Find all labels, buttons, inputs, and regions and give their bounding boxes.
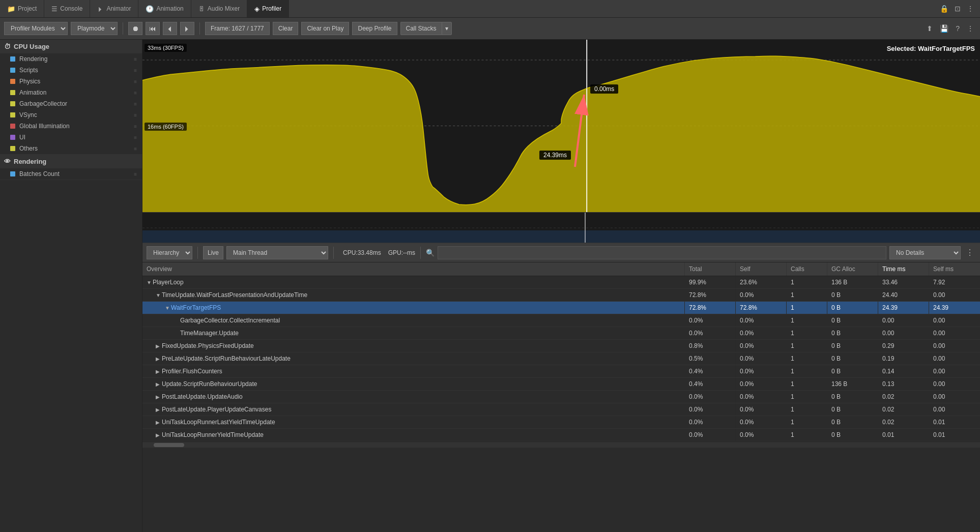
table-row[interactable]: ▼ TimeUpdate.WaitForLastPresentationAndU…	[142, 289, 980, 302]
table-row[interactable]: ▶ Profiler.FlushCounters 0.4% 0.0% 1 0 B…	[142, 365, 980, 378]
expand-arrow[interactable]: ▼	[165, 305, 171, 311]
td-self-ms: 0.00	[929, 314, 980, 327]
sidebar-item-rendering[interactable]: Rendering	[0, 53, 142, 65]
expand-arrow[interactable]: ▶	[156, 420, 162, 425]
bottom-more-btn[interactable]: ⋮	[964, 248, 976, 257]
record-btn[interactable]: ⏺	[128, 22, 142, 35]
live-label: Live	[208, 249, 219, 256]
go-to-start-btn[interactable]: ⏮	[146, 22, 160, 35]
tab-audio-mixer[interactable]: 🎚 Audio Mixer	[191, 0, 247, 17]
bottom-scrollbar[interactable]	[142, 441, 980, 448]
sidebar-item-vsync[interactable]: VSync	[0, 109, 142, 121]
tab-project[interactable]: 📁 Project	[0, 0, 44, 17]
tab-console[interactable]: ☰ Console	[44, 0, 90, 17]
expand-arrow[interactable]: ▶	[156, 394, 162, 400]
expand-arrow[interactable]: ▶	[156, 369, 162, 374]
td-self: 0.0%	[736, 429, 787, 441]
tab-animator[interactable]: ⏵ Animator	[90, 0, 138, 17]
table-row[interactable]: ▶ PostLateUpdate.PlayerUpdateCanvases 0.…	[142, 403, 980, 416]
cpu-chart-area[interactable]: 33ms (30FPS) 16ms (60FPS) Selected: Wait…	[142, 40, 980, 213]
sidebar-item-gi[interactable]: Global Illumination	[0, 121, 142, 132]
sidebar-item-gc[interactable]: GarbageCollector	[0, 98, 142, 109]
next-frame-btn[interactable]: ⏵	[180, 22, 194, 35]
expand-arrow[interactable]: ▶	[156, 407, 162, 412]
call-stacks-button[interactable]: Call Stacks	[400, 22, 442, 35]
td-total: 0.0%	[685, 429, 736, 441]
td-time-ms: 0.02	[878, 391, 929, 403]
scrollbar-thumb[interactable]	[154, 443, 184, 447]
drag-handle-gi: ≡	[134, 124, 137, 129]
table-row[interactable]: ▶ Update.ScriptRunBehaviourUpdate 0.4% 0…	[142, 378, 980, 391]
expand-arrow[interactable]: ▼	[147, 280, 153, 285]
sidebar-item-batches[interactable]: Batches Count	[0, 168, 142, 180]
td-gc-alloc: 0 B	[827, 403, 878, 416]
td-self: 0.0%	[736, 340, 787, 352]
rendering-section: 👁 Rendering Batches Count ≡	[0, 155, 142, 180]
td-calls: 1	[787, 429, 827, 441]
sidebar-item-animation[interactable]: Animation	[0, 87, 142, 98]
expand-arrow[interactable]: ▶	[156, 381, 162, 387]
td-overview: ▶ Update.ScriptRunBehaviourUpdate	[142, 378, 685, 390]
table-row[interactable]: ▶ PostLateUpdate.UpdateAudio 0.0% 0.0% 1…	[142, 391, 980, 403]
playmode-select[interactable]: Playmode	[71, 22, 118, 35]
td-overview: ▼ PlayerLoop	[142, 276, 685, 288]
expand-arrow[interactable]: ▶	[156, 432, 162, 438]
maximize-btn[interactable]: ⊡	[953, 4, 963, 14]
table-row[interactable]: GarbageCollector.CollectIncremental 0.0%…	[142, 314, 980, 327]
table-row[interactable]: ▶ PreLateUpdate.ScriptRunBehaviourLateUp…	[142, 352, 980, 365]
no-details-select[interactable]: No Details	[889, 246, 961, 259]
toolbar-save-btn[interactable]: 💾	[938, 23, 950, 34]
sidebar-item-ui[interactable]: UI	[0, 132, 142, 143]
expand-arrow[interactable]: ▶	[156, 356, 162, 362]
td-total: 0.0%	[685, 327, 736, 339]
tab-bar: 📁 Project ☰ Console ⏵ Animator 🕐 Animati…	[0, 0, 980, 18]
table-row[interactable]: ▼ WaitForTargetFPS 72.8% 72.8% 1 0 B 24.…	[142, 302, 980, 314]
drag-handle-vsync: ≡	[134, 112, 137, 118]
td-overview: ▶ PreLateUpdate.ScriptRunBehaviourLateUp…	[142, 352, 685, 365]
animator-icon: ⏵	[97, 5, 104, 13]
sidebar-item-physics[interactable]: Physics	[0, 76, 142, 87]
call-stacks-dropdown[interactable]: ▾	[442, 22, 452, 35]
fps-60-label: 16ms (60FPS)	[145, 123, 187, 131]
table-row[interactable]: ▶ UniTaskLoopRunnerYieldTimeUpdate 0.0% …	[142, 429, 980, 441]
td-self-ms: 0.00	[929, 365, 980, 377]
others-color	[10, 146, 15, 151]
tab-profiler[interactable]: ◈ Profiler	[247, 0, 289, 17]
tab-animation[interactable]: 🕐 Animation	[138, 0, 191, 17]
toolbar-settings-btn[interactable]: ⋮	[965, 23, 976, 34]
expand-arrow[interactable]: ▶	[156, 343, 162, 349]
ui-color	[10, 135, 15, 140]
gi-color	[10, 124, 15, 129]
clear-button[interactable]: Clear	[273, 22, 299, 35]
sidebar-item-scripts[interactable]: Scripts	[0, 65, 142, 76]
td-time-ms: 0.01	[878, 429, 929, 441]
vsync-color	[10, 112, 15, 117]
profiler-modules-select[interactable]: Profiler Modules	[4, 22, 68, 35]
th-gc-alloc: GC Alloc	[827, 262, 878, 276]
table-row[interactable]: ▼ PlayerLoop 99.9% 23.6% 1 136 B 33.46 7…	[142, 276, 980, 289]
expand-arrow[interactable]: ▼	[156, 292, 162, 298]
search-icon: 🔍	[426, 249, 435, 257]
td-total: 0.5%	[685, 352, 736, 365]
more-options-btn[interactable]: ⋮	[965, 4, 976, 14]
sidebar-item-others[interactable]: Others	[0, 143, 142, 154]
table-row[interactable]: ▶ UniTaskLoopRunnerLastYieldTimeUpdate 0…	[142, 416, 980, 429]
td-time-ms: 0.14	[878, 365, 929, 377]
toolbar-help-btn[interactable]: ?	[954, 23, 962, 34]
deep-profile-button[interactable]: Deep Profile	[352, 22, 397, 35]
search-input[interactable]	[438, 246, 886, 259]
table-wrapper[interactable]: Overview Total Self Calls GC Alloc Time …	[142, 262, 980, 532]
table-row[interactable]: TimeManager.Update 0.0% 0.0% 1 0 B 0.00 …	[142, 327, 980, 340]
prev-frame-btn[interactable]: ⏴	[163, 22, 177, 35]
hierarchy-select[interactable]: Hierarchy	[147, 246, 192, 259]
lock-btn[interactable]: 🔒	[938, 4, 950, 14]
clear-on-play-button[interactable]: Clear on Play	[301, 22, 349, 35]
td-self-ms: 0.01	[929, 416, 980, 428]
td-overview: ▼ WaitForTargetFPS	[142, 302, 685, 314]
toolbar-export-btn[interactable]: ⬆	[925, 23, 935, 34]
table-row[interactable]: ▶ FixedUpdate.PhysicsFixedUpdate 0.8% 0.…	[142, 340, 980, 352]
rendering-color	[10, 56, 15, 62]
thread-select[interactable]: Main Thread	[226, 246, 328, 259]
tab-console-label: Console	[60, 5, 82, 12]
td-calls: 1	[787, 365, 827, 377]
